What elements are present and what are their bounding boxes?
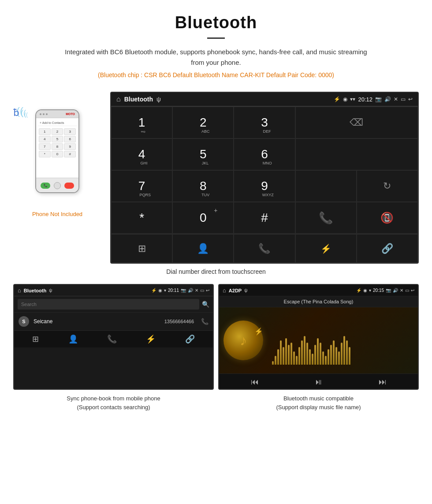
call-green-icon: 📞 — [319, 211, 333, 225]
eq-bar — [306, 343, 308, 365]
eq-bar — [317, 338, 319, 365]
eq-bar — [343, 336, 345, 365]
pb-status-right: ⚡ ◉ ▾ 20:11 📷 🔊 ✕ ▭ ↩ — [151, 288, 209, 293]
phone-key-3: 3 — [64, 128, 76, 135]
phone-key-8: 8 — [52, 143, 63, 150]
eq-bar — [335, 347, 337, 365]
phone-end-button — [64, 183, 74, 189]
page-header: Bluetooth Integrated with BC6 Bluetooth … — [0, 0, 432, 92]
eq-bar — [290, 343, 292, 365]
dial-screen-title: Bluetooth — [124, 96, 153, 103]
phone-call-button: 📞 — [41, 183, 50, 189]
eq-bar — [285, 338, 287, 365]
music-bt-overlay-icon: ⚡ — [254, 327, 263, 336]
dial-key-3[interactable]: 3 DEF — [234, 107, 295, 138]
phone-top-bar: MOTO — [36, 110, 78, 118]
pb-camera-icon: 📷 — [181, 288, 186, 293]
call-red-icon: 📵 — [380, 212, 394, 224]
eq-bar — [333, 340, 335, 365]
pb-bottom-bar: ⊞ 👤 📞 ⚡ 🔗 — [14, 330, 213, 347]
pb-link-icon[interactable]: 🔗 — [185, 334, 195, 344]
phone-icon: 📞 — [258, 243, 270, 254]
music-title: A2DP — [229, 288, 242, 293]
dial-key-8[interactable]: 8 TUV — [172, 170, 234, 202]
eq-bar — [309, 349, 311, 365]
music-status-bar: ⌂ A2DP ψ ⚡ ◉ ▾ 20:15 📷 🔊 ✕ ▭ ↩ — [219, 285, 418, 296]
eq-bar — [322, 351, 324, 365]
bt-status-icon: ⚡ — [334, 96, 340, 102]
dial-call-red-cell[interactable]: 📵 — [357, 202, 418, 234]
music-usb-icon: ψ — [244, 288, 247, 293]
contacts-icon: 👤 — [197, 243, 209, 254]
pb-search-row: 🔍 — [14, 296, 213, 312]
pb-call-contact-icon[interactable]: 📞 — [201, 318, 209, 325]
eq-bar — [325, 356, 327, 365]
dial-key-1[interactable]: 1 ∞o — [111, 107, 172, 138]
header-divider — [207, 37, 225, 39]
music-vol-icon: 🔊 — [393, 288, 398, 293]
music-caption: Bluetooth music compatible (Support disp… — [218, 392, 419, 413]
pb-contact-row: S Seicane 13566664466 📞 — [14, 312, 213, 330]
music-equalizer — [268, 307, 418, 373]
eq-bar — [283, 347, 284, 365]
music-note-icon: ♪ — [240, 332, 247, 349]
dial-key-6[interactable]: 6 MNO — [234, 138, 295, 170]
signal-dot-2 — [43, 113, 45, 115]
music-panel: ⌂ A2DP ψ ⚡ ◉ ▾ 20:15 📷 🔊 ✕ ▭ ↩ Escape (T… — [218, 284, 419, 413]
main-section: (( (( (( ƀ MOTO + Add to Contacts — [0, 92, 432, 264]
rect-icon: ▭ — [401, 96, 406, 102]
dial-key-7[interactable]: 7 PQRS — [111, 170, 172, 202]
music-prev-icon[interactable]: ⏮ — [251, 377, 259, 387]
pb-wifi-icon: ▾ — [164, 288, 166, 293]
grid-icon: ⊞ — [138, 243, 146, 254]
dial-bottom-grid[interactable]: ⊞ — [111, 234, 172, 263]
pb-loc-icon: ◉ — [158, 288, 162, 293]
signal-dot-1 — [40, 113, 41, 115]
phone-home-button — [54, 182, 61, 189]
dial-key-star[interactable]: * — [111, 202, 172, 234]
dial-bottom-contacts[interactable]: 👤 — [172, 234, 234, 263]
pb-search-icon[interactable]: 🔍 — [202, 301, 209, 308]
pb-x-icon: ✕ — [195, 288, 198, 293]
phone-screen: + Add to Contacts 1 2 3 4 5 6 7 8 9 * 0 … — [36, 118, 78, 178]
dial-key-2[interactable]: 2 ABC — [172, 107, 234, 138]
music-controls: ⏮ ⏯ ⏭ — [219, 373, 418, 390]
pb-home-icon: ⌂ — [18, 287, 21, 294]
pb-phone-icon[interactable]: 📞 — [107, 334, 117, 344]
status-left: Bluetooth ψ — [116, 95, 161, 103]
music-camera-icon: 📷 — [386, 288, 391, 293]
pb-grid-icon[interactable]: ⊞ — [32, 334, 39, 344]
eq-bar — [320, 343, 321, 365]
pb-search-input[interactable] — [18, 299, 199, 310]
pb-time: 20:11 — [168, 288, 179, 293]
dial-call-green-cell[interactable]: 📞 — [295, 202, 357, 234]
delete-icon[interactable]: ⌫ — [350, 117, 363, 128]
pb-back-icon: ↩ — [206, 288, 209, 293]
bluetooth-specs: (Bluetooth chip : CSR BC6 Default Blueto… — [9, 71, 423, 78]
pb-contact-name: Seicane — [34, 318, 160, 325]
dial-key-0[interactable]: 0 + — [172, 202, 234, 234]
music-play-icon[interactable]: ⏯ — [315, 377, 323, 387]
dial-key-hash[interactable]: # — [234, 202, 295, 234]
phone-add-contacts: + Add to Contacts — [38, 120, 77, 126]
dial-key-9[interactable]: 9 WXYZ — [234, 170, 295, 202]
pb-bluetooth-icon[interactable]: ⚡ — [146, 334, 156, 344]
dial-refresh-cell[interactable]: ↻ — [357, 170, 418, 202]
music-next-icon[interactable]: ⏭ — [379, 377, 387, 387]
signal-dot-3 — [46, 113, 48, 115]
music-bt-icon: ⚡ — [356, 288, 361, 293]
dial-bottom-phone[interactable]: 📞 — [234, 234, 295, 263]
wifi-icon: ▾▾ — [350, 96, 355, 102]
pb-user-icon[interactable]: 👤 — [68, 334, 78, 344]
dial-bottom-link[interactable]: 🔗 — [357, 234, 418, 263]
pb-rect-icon: ▭ — [200, 288, 204, 293]
eq-bar — [280, 340, 282, 365]
phone-key-5: 5 — [52, 136, 63, 142]
music-time: 20:15 — [373, 288, 384, 293]
dial-key-4[interactable]: 4 GHI — [111, 138, 172, 170]
dial-key-5[interactable]: 5 JKL — [172, 138, 234, 170]
phone-signal-dots — [40, 113, 48, 115]
dial-bottom-bluetooth[interactable]: ⚡ — [295, 234, 357, 263]
eq-bar — [277, 349, 279, 365]
link-icon: 🔗 — [381, 243, 393, 254]
